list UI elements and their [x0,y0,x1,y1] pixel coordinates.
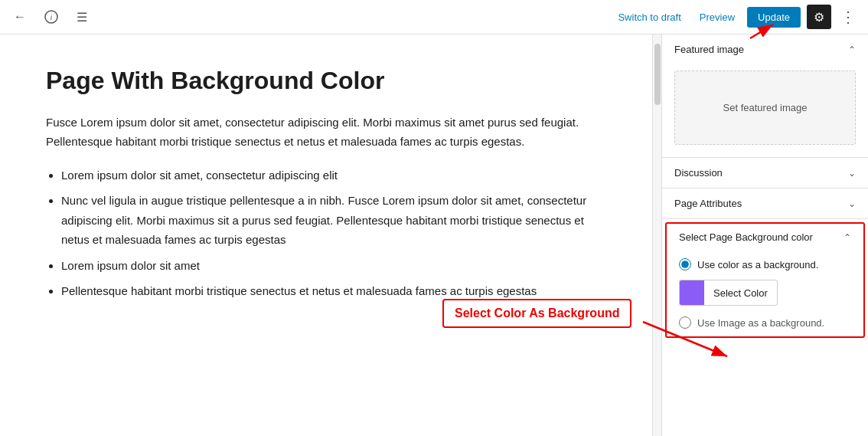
back-button[interactable]: ← [9,5,31,28]
use-image-option: Use Image as a background. [679,316,851,329]
featured-image-section: Featured image ⌃ Set featured image [662,34,868,158]
update-button[interactable]: Update [747,7,801,28]
more-options-button[interactable]: ⋮ [837,5,859,29]
bg-color-chevron-up: ⌃ [844,232,851,243]
discussion-chevron: ⌄ [848,168,856,179]
use-color-radio[interactable] [679,258,691,270]
page-attributes-chevron: ⌄ [848,198,856,209]
bg-color-body: Use color as a background. Select Color … [667,251,863,336]
set-featured-image-btn[interactable]: Set featured image [674,70,856,145]
featured-image-body: Set featured image [662,70,868,145]
body-list: Lorem ipsum dolor sit amet, consectetur … [61,166,606,301]
featured-image-header[interactable]: Featured image ⌃ [662,34,868,64]
discussion-section: Discussion ⌄ [662,158,868,188]
preview-button[interactable]: Preview [693,8,741,26]
page-attributes-label: Page Attributes [674,198,742,209]
discussion-header[interactable]: Discussion ⌄ [662,158,868,188]
editor-area: Page With Background Color Fusce Lorem i… [0,34,652,436]
bg-color-section: Select Page Background color ⌃ Use color… [665,222,865,338]
select-color-button[interactable]: Select Color [679,280,778,306]
topbar-left: ← i ☰ [9,5,92,29]
editor-scrollbar[interactable] [652,34,661,436]
list-view-button[interactable]: ☰ [72,5,92,29]
page-attributes-header[interactable]: Page Attributes ⌄ [662,188,868,218]
bg-color-label: Select Page Background color [679,231,813,243]
info-button[interactable]: i [40,5,63,28]
page-attributes-section: Page Attributes ⌄ [662,188,868,219]
discussion-label: Discussion [674,167,723,179]
svg-text:i: i [51,13,53,21]
settings-button[interactable]: ⚙ [807,5,831,29]
page-title: Page With Background Color [46,65,606,97]
list-item: Lorem ipsum dolor sit amet, consectetur … [61,166,606,185]
use-image-label: Use Image as a background. [697,317,824,329]
use-color-label: Use color as a background. [697,259,818,270]
featured-image-label: Featured image [674,44,744,55]
sidebar: Featured image ⌃ Set featured image Disc… [661,34,868,436]
select-color-text[interactable]: Select Color [704,283,777,303]
page-body: Fusce Lorem ipsum dolor sit amet, consec… [46,113,606,301]
list-item: Pellentesque habitant morbi tristique se… [61,281,606,301]
topbar-right: Switch to draft Preview Update ⚙ ⋮ [612,5,859,29]
scrollbar-thumb[interactable] [654,44,661,105]
switch-to-draft-button[interactable]: Switch to draft [612,8,687,26]
bg-color-header[interactable]: Select Page Background color ⌃ [667,224,863,251]
main-layout: Page With Background Color Fusce Lorem i… [0,34,868,436]
use-color-option: Use color as a background. [679,258,851,270]
featured-image-chevron-up: ⌃ [848,44,856,55]
topbar: ← i ☰ Switch to draft Preview Update ⚙ ⋮ [0,0,868,34]
list-item: Nunc vel ligula in augue tristique pelle… [61,191,606,250]
list-item: Lorem ipsum dolor sit amet [61,256,606,276]
color-swatch[interactable] [680,280,704,305]
body-paragraph: Fusce Lorem ipsum dolor sit amet, consec… [46,113,606,152]
use-image-radio[interactable] [679,316,691,329]
